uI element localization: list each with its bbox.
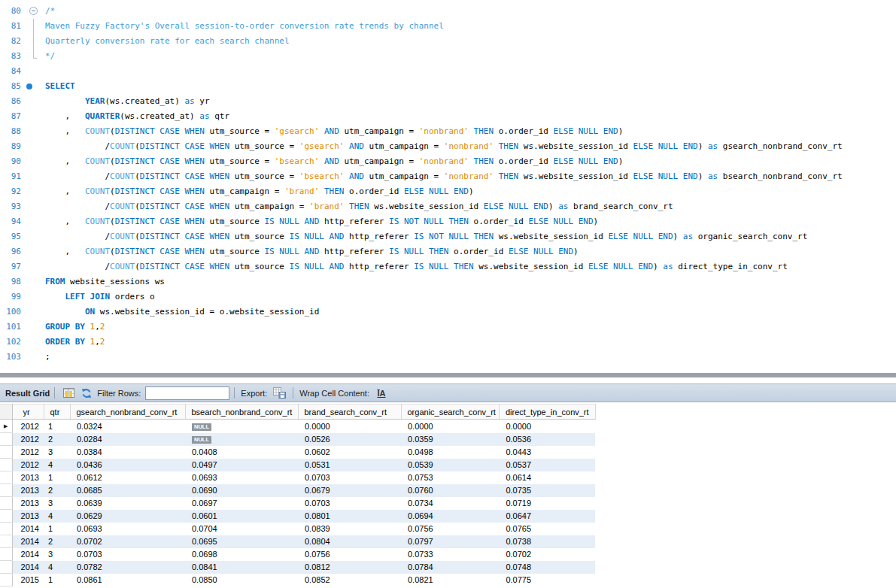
column-header-brand_search_conv_rt[interactable]: brand_search_conv_rt bbox=[298, 405, 401, 420]
row-selector[interactable] bbox=[0, 433, 12, 446]
column-header-organic_search_conv_rt[interactable]: organic_search_conv_rt bbox=[401, 405, 499, 420]
filter-rows-input[interactable] bbox=[145, 386, 229, 400]
cell-direct_type_in_conv_rt[interactable]: 0.0765 bbox=[499, 523, 595, 535]
cell-yr[interactable]: 2014 bbox=[12, 548, 44, 561]
cell-organic_search_conv_rt[interactable]: 0.0498 bbox=[401, 446, 499, 459]
cell-gsearch_nonbrand_conv_rt[interactable]: 0.0284 bbox=[70, 433, 185, 446]
cell-yr[interactable]: 2013 bbox=[12, 510, 44, 523]
table-row[interactable]: 201230.03840.04080.06020.04980.0443 bbox=[0, 446, 595, 459]
row-selector[interactable] bbox=[0, 459, 12, 471]
grid-columns-icon[interactable] bbox=[61, 386, 76, 400]
cell-brand_search_conv_rt[interactable]: 0.0839 bbox=[298, 523, 401, 535]
cell-brand_search_conv_rt[interactable]: 0.0000 bbox=[298, 420, 401, 433]
cell-brand_search_conv_rt[interactable]: 0.0602 bbox=[298, 446, 401, 459]
cell-qtr[interactable]: 2 bbox=[44, 484, 70, 497]
cell-bsearch_nonbrand_conv_rt[interactable]: 0.0850 bbox=[185, 574, 298, 586]
cell-gsearch_nonbrand_conv_rt[interactable]: 0.0324 bbox=[70, 420, 185, 433]
cell-organic_search_conv_rt[interactable]: 0.0756 bbox=[401, 523, 499, 535]
row-selector[interactable] bbox=[0, 484, 12, 497]
cell-gsearch_nonbrand_conv_rt[interactable]: 0.0861 bbox=[70, 574, 185, 586]
row-selector[interactable] bbox=[0, 446, 12, 459]
cell-organic_search_conv_rt[interactable]: 0.0000 bbox=[401, 420, 499, 433]
cell-yr[interactable]: 2014 bbox=[12, 561, 44, 574]
row-selector[interactable] bbox=[0, 574, 12, 586]
cell-bsearch_nonbrand_conv_rt[interactable]: 0.0690 bbox=[185, 484, 298, 497]
cell-qtr[interactable]: 3 bbox=[44, 446, 70, 459]
cell-organic_search_conv_rt[interactable]: 0.0753 bbox=[401, 471, 499, 484]
table-row[interactable]: 201220.0284NULL0.05260.03590.0536 bbox=[0, 433, 595, 446]
cell-gsearch_nonbrand_conv_rt[interactable]: 0.0612 bbox=[70, 471, 185, 484]
cell-gsearch_nonbrand_conv_rt[interactable]: 0.0782 bbox=[70, 561, 185, 574]
table-row[interactable]: 201510.08610.08500.08520.08210.0775 bbox=[0, 574, 595, 586]
table-row[interactable]: ▶201210.0324NULL0.00000.00000.0000 bbox=[0, 420, 595, 433]
cell-direct_type_in_conv_rt[interactable]: 0.0537 bbox=[499, 459, 595, 471]
cell-gsearch_nonbrand_conv_rt[interactable]: 0.0384 bbox=[70, 446, 185, 459]
cell-direct_type_in_conv_rt[interactable]: 0.0702 bbox=[499, 548, 595, 561]
cell-qtr[interactable]: 2 bbox=[44, 433, 70, 446]
fold-collapse-icon[interactable] bbox=[23, 4, 45, 19]
cell-qtr[interactable]: 4 bbox=[44, 459, 70, 471]
cell-yr[interactable]: 2012 bbox=[12, 459, 44, 471]
cell-bsearch_nonbrand_conv_rt[interactable]: 0.0693 bbox=[185, 471, 298, 484]
cell-yr[interactable]: 2013 bbox=[12, 471, 44, 484]
cell-yr[interactable]: 2014 bbox=[12, 535, 44, 548]
cell-qtr[interactable]: 1 bbox=[44, 471, 70, 484]
table-row[interactable]: 201340.06290.06010.08010.06940.0647 bbox=[0, 510, 595, 523]
cell-organic_search_conv_rt[interactable]: 0.0359 bbox=[401, 433, 499, 446]
cell-direct_type_in_conv_rt[interactable]: 0.0443 bbox=[499, 446, 595, 459]
cell-gsearch_nonbrand_conv_rt[interactable]: 0.0639 bbox=[70, 497, 185, 510]
cell-direct_type_in_conv_rt[interactable]: 0.0000 bbox=[499, 420, 595, 433]
row-selector[interactable] bbox=[0, 497, 12, 510]
cell-qtr[interactable]: 2 bbox=[44, 535, 70, 548]
cell-brand_search_conv_rt[interactable]: 0.0812 bbox=[298, 561, 401, 574]
cell-bsearch_nonbrand_conv_rt[interactable]: 0.0497 bbox=[185, 459, 298, 471]
cell-bsearch_nonbrand_conv_rt[interactable]: 0.0698 bbox=[185, 548, 298, 561]
table-row[interactable]: 201320.06850.06900.06790.07600.0735 bbox=[0, 484, 595, 497]
cell-brand_search_conv_rt[interactable]: 0.0703 bbox=[298, 497, 401, 510]
cell-brand_search_conv_rt[interactable]: 0.0703 bbox=[298, 471, 401, 484]
cell-brand_search_conv_rt[interactable]: 0.0804 bbox=[298, 535, 401, 548]
row-selector[interactable] bbox=[0, 561, 12, 574]
export-disk-icon[interactable] bbox=[272, 386, 287, 400]
cell-brand_search_conv_rt[interactable]: 0.0679 bbox=[298, 484, 401, 497]
cell-qtr[interactable]: 3 bbox=[44, 548, 70, 561]
cell-brand_search_conv_rt[interactable]: 0.0852 bbox=[298, 574, 401, 586]
cell-yr[interactable]: 2013 bbox=[12, 484, 44, 497]
cell-yr[interactable]: 2012 bbox=[12, 433, 44, 446]
refresh-icon[interactable] bbox=[79, 386, 94, 400]
cell-bsearch_nonbrand_conv_rt[interactable]: 0.0704 bbox=[185, 523, 298, 535]
row-selector[interactable] bbox=[0, 471, 12, 484]
cell-brand_search_conv_rt[interactable]: 0.0526 bbox=[298, 433, 401, 446]
table-row[interactable]: 201410.06930.07040.08390.07560.0765 bbox=[0, 523, 595, 535]
cell-yr[interactable]: 2015 bbox=[12, 574, 44, 586]
row-selector[interactable] bbox=[0, 535, 12, 548]
table-row[interactable]: 201240.04360.04970.05310.05390.0537 bbox=[0, 459, 595, 471]
table-row[interactable]: 201440.07820.08410.08120.07840.0748 bbox=[0, 561, 595, 574]
cell-gsearch_nonbrand_conv_rt[interactable]: 0.0693 bbox=[70, 523, 185, 535]
cell-yr[interactable]: 2013 bbox=[12, 497, 44, 510]
cell-direct_type_in_conv_rt[interactable]: 0.0614 bbox=[499, 471, 595, 484]
cell-organic_search_conv_rt[interactable]: 0.0539 bbox=[401, 459, 499, 471]
cell-direct_type_in_conv_rt[interactable]: 0.0719 bbox=[499, 497, 595, 510]
row-selector[interactable] bbox=[0, 510, 12, 523]
cell-gsearch_nonbrand_conv_rt[interactable]: 0.0703 bbox=[70, 548, 185, 561]
column-header-bsearch_nonbrand_conv_rt[interactable]: bsearch_nonbrand_conv_rt bbox=[185, 405, 298, 420]
table-row[interactable]: 201430.07030.06980.07560.07330.0702 bbox=[0, 548, 595, 561]
cell-direct_type_in_conv_rt[interactable]: 0.0647 bbox=[499, 510, 595, 523]
cell-direct_type_in_conv_rt[interactable]: 0.0775 bbox=[499, 574, 595, 586]
cell-qtr[interactable]: 4 bbox=[44, 561, 70, 574]
column-header-yr[interactable]: yr bbox=[12, 405, 44, 420]
cell-organic_search_conv_rt[interactable]: 0.0760 bbox=[401, 484, 499, 497]
cell-direct_type_in_conv_rt[interactable]: 0.0536 bbox=[499, 433, 595, 446]
cell-brand_search_conv_rt[interactable]: 0.0531 bbox=[298, 459, 401, 471]
cell-organic_search_conv_rt[interactable]: 0.0821 bbox=[401, 574, 499, 586]
table-row[interactable]: 201330.06390.06970.07030.07340.0719 bbox=[0, 497, 595, 510]
cell-qtr[interactable]: 1 bbox=[44, 420, 70, 433]
cell-bsearch_nonbrand_conv_rt[interactable]: 0.0695 bbox=[185, 535, 298, 548]
row-selector[interactable] bbox=[0, 523, 12, 535]
row-selector[interactable]: ▶ bbox=[0, 420, 12, 433]
cell-qtr[interactable]: 4 bbox=[44, 510, 70, 523]
cell-yr[interactable]: 2014 bbox=[12, 523, 44, 535]
row-selector[interactable] bbox=[0, 548, 12, 561]
cell-bsearch_nonbrand_conv_rt[interactable]: NULL bbox=[185, 433, 298, 446]
